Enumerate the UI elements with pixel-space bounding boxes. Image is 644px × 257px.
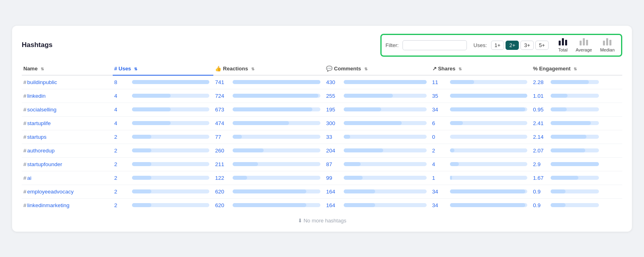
svg-rect-8 bbox=[609, 40, 611, 45]
reactions-value: 260 bbox=[215, 148, 229, 154]
engagement-bar-track bbox=[551, 135, 599, 139]
cell-uses: 4 bbox=[113, 116, 214, 130]
cell-engagement: 2.14 bbox=[531, 130, 622, 144]
shares-bar-fill bbox=[450, 80, 475, 84]
cell-engagement: 0.9 bbox=[531, 198, 622, 212]
table-row: #startupfounder22118742.9 bbox=[22, 157, 622, 171]
cell-name: #startupfounder bbox=[22, 157, 113, 171]
uses-bar-fill bbox=[132, 176, 151, 180]
cell-uses: 2 bbox=[113, 185, 214, 198]
cell-comments: 164 bbox=[324, 198, 430, 212]
col-header-comments[interactable]: 💬 Comments ⇅ bbox=[324, 62, 430, 75]
comments-value: 33 bbox=[326, 134, 341, 140]
cell-shares: 34 bbox=[431, 103, 532, 116]
shares-bar-track bbox=[450, 94, 528, 98]
hashtag-link[interactable]: employeeadvocacy bbox=[27, 189, 74, 195]
uses-filter-group: 1+ 2+ 3+ 5+ bbox=[491, 41, 549, 50]
svg-rect-0 bbox=[559, 41, 561, 45]
comments-value: 87 bbox=[326, 161, 341, 167]
comments-bar-track bbox=[344, 162, 426, 166]
hashtag-link[interactable]: startuplife bbox=[27, 120, 51, 126]
hashtag-link[interactable]: linkedinmarketing bbox=[27, 202, 70, 208]
cell-shares: 1 bbox=[431, 171, 532, 185]
comments-bar-track bbox=[344, 135, 426, 139]
uses-bar-track bbox=[132, 135, 210, 139]
reactions-bar-track bbox=[233, 80, 320, 84]
engagement-bar-track bbox=[551, 148, 599, 152]
filter-input[interactable] bbox=[402, 40, 467, 50]
hashtag-hash: # bbox=[23, 79, 27, 85]
col-header-name[interactable]: Name ⇅ bbox=[22, 62, 113, 75]
cell-comments: 430 bbox=[324, 75, 430, 89]
table-row: #employeeadvocacy2620164340.9 bbox=[22, 185, 622, 198]
shares-bar-track bbox=[450, 176, 528, 180]
engagement-value: 2.28 bbox=[533, 79, 547, 85]
hashtag-hash: # bbox=[23, 175, 27, 181]
cell-comments: 87 bbox=[324, 157, 430, 171]
cell-name: #socialselling bbox=[22, 103, 113, 116]
table-row: #startups2773302.14 bbox=[22, 130, 622, 144]
hashtag-link[interactable]: ai bbox=[27, 175, 32, 181]
uses-bar-fill bbox=[132, 107, 171, 111]
cell-comments: 33 bbox=[324, 130, 430, 144]
engagement-value: 2.9 bbox=[533, 161, 547, 167]
cell-engagement: 0.9 bbox=[531, 185, 622, 198]
shares-value: 2 bbox=[432, 148, 447, 154]
reactions-bar-fill bbox=[233, 203, 306, 207]
hashtag-link[interactable]: startups bbox=[27, 134, 47, 140]
reactions-bar-fill bbox=[233, 107, 312, 111]
sort-icon-engagement: ⇅ bbox=[574, 67, 577, 71]
engagement-bar-fill bbox=[551, 203, 566, 207]
hashtag-link[interactable]: buildinpublic bbox=[27, 79, 57, 85]
comments-bar-fill bbox=[344, 80, 426, 84]
cell-name: #linkedin bbox=[22, 89, 113, 103]
reactions-bar-track bbox=[233, 162, 320, 166]
cell-engagement: 0.95 bbox=[531, 103, 622, 116]
cell-name: #authoredup bbox=[22, 144, 113, 157]
col-header-engagement[interactable]: % Engagement ⇅ bbox=[531, 62, 622, 75]
cell-reactions: 741 bbox=[213, 75, 324, 89]
hashtag-hash: # bbox=[23, 107, 27, 113]
hashtag-hash: # bbox=[23, 202, 27, 208]
uses-bar-fill bbox=[132, 94, 171, 98]
shares-value: 4 bbox=[432, 161, 447, 167]
uses-value: 2 bbox=[114, 161, 129, 167]
shares-bar-track bbox=[450, 189, 528, 193]
cell-name: #ai bbox=[22, 171, 113, 185]
uses-value: 4 bbox=[114, 120, 129, 126]
svg-rect-6 bbox=[603, 41, 605, 45]
view-median-button[interactable]: Median bbox=[598, 37, 617, 53]
reactions-value: 724 bbox=[215, 93, 229, 99]
cell-comments: 195 bbox=[324, 103, 430, 116]
hashtag-link[interactable]: authoredup bbox=[27, 148, 55, 154]
cell-comments: 99 bbox=[324, 171, 430, 185]
cell-shares: 11 bbox=[431, 75, 532, 89]
shares-value: 0 bbox=[432, 134, 447, 140]
reactions-bar-track bbox=[233, 176, 320, 180]
uses-value: 4 bbox=[114, 107, 129, 113]
col-header-shares[interactable]: ↗ Shares ⇅ bbox=[431, 62, 532, 75]
hashtag-link[interactable]: linkedin bbox=[27, 93, 46, 99]
uses-btn-5plus[interactable]: 5+ bbox=[535, 41, 549, 50]
engagement-value: 1.67 bbox=[533, 175, 547, 181]
uses-btn-1plus[interactable]: 1+ bbox=[491, 41, 504, 50]
engagement-bar-track bbox=[551, 162, 599, 166]
view-toggle-group: Total Average bbox=[556, 37, 617, 53]
view-total-button[interactable]: Total bbox=[556, 37, 570, 53]
col-header-uses[interactable]: # Uses ⇅ bbox=[113, 62, 214, 75]
uses-btn-3plus[interactable]: 3+ bbox=[520, 41, 534, 50]
engagement-bar-fill bbox=[551, 107, 566, 111]
hashtag-link[interactable]: startupfounder bbox=[27, 161, 62, 167]
average-bar-icon bbox=[580, 38, 588, 47]
hashtag-link[interactable]: socialselling bbox=[27, 107, 57, 113]
hashtag-hash: # bbox=[23, 148, 27, 154]
cell-shares: 4 bbox=[431, 157, 532, 171]
view-average-button[interactable]: Average bbox=[573, 37, 594, 53]
shares-bar-fill bbox=[450, 189, 525, 193]
uses-btn-2plus[interactable]: 2+ bbox=[506, 41, 519, 50]
cell-name: #linkedinmarketing bbox=[22, 198, 113, 212]
uses-value: 2 bbox=[114, 175, 129, 181]
uses-bar-track bbox=[132, 148, 210, 152]
cell-shares: 6 bbox=[431, 116, 532, 130]
col-header-reactions[interactable]: 👍 Reactions ⇅ bbox=[213, 62, 324, 75]
